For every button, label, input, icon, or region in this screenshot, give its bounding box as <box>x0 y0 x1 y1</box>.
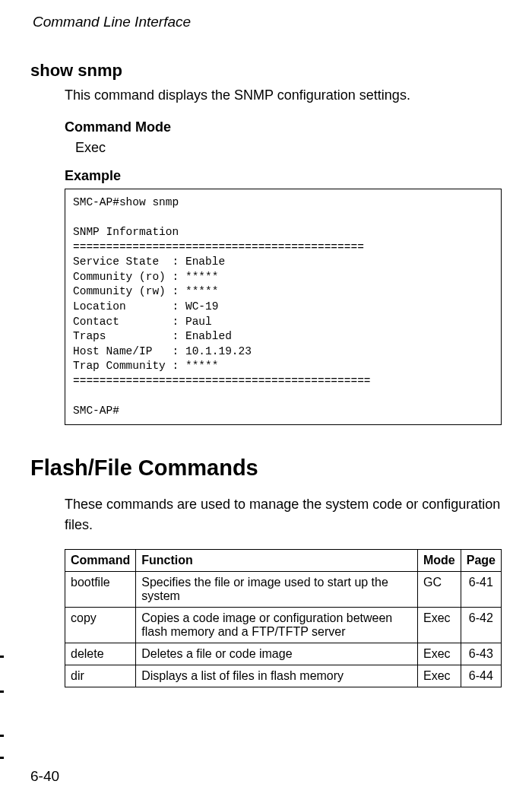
change-bar-icon <box>0 690 4 693</box>
cell-command: dir <box>65 665 136 687</box>
page-number: 6-40 <box>30 768 59 785</box>
cell-page: 6-42 <box>461 608 501 643</box>
table-header-row: Command Function Mode Page <box>65 550 502 572</box>
running-header: Command Line Interface <box>33 14 502 30</box>
command-mode-label: Command Mode <box>65 119 502 135</box>
table-row: bootfile Specifies the file or image use… <box>65 572 502 608</box>
cell-function: Deletes a file or code image <box>136 643 418 665</box>
cell-page: 6-44 <box>461 665 501 687</box>
col-mode: Mode <box>417 550 461 572</box>
section-title: Flash/File Commands <box>30 456 502 481</box>
cell-page: 6-41 <box>461 572 501 608</box>
cell-function: Specifies the file or image used to star… <box>136 572 418 608</box>
cell-command: delete <box>65 643 136 665</box>
change-bar-icon <box>0 735 4 737</box>
cell-mode: Exec <box>417 608 461 643</box>
section-flash-file: Flash/File Commands These commands are u… <box>30 456 502 687</box>
section-description: These commands are used to manage the sy… <box>65 494 502 535</box>
col-function: Function <box>136 550 418 572</box>
col-command: Command <box>65 550 136 572</box>
example-output: SMC-AP#show snmp SNMP Information ======… <box>65 189 502 425</box>
section-show-snmp: show snmp This command displays the SNMP… <box>30 61 502 425</box>
cell-function: Displays a list of files in flash memory <box>136 665 418 687</box>
cell-command: bootfile <box>65 572 136 608</box>
cell-mode: Exec <box>417 665 461 687</box>
command-mode-value: Exec <box>75 140 502 156</box>
command-description: This command displays the SNMP configura… <box>65 85 502 106</box>
cell-function: Copies a code image or configuration bet… <box>136 608 418 643</box>
cell-page: 6-43 <box>461 643 501 665</box>
change-bar-icon <box>0 757 4 759</box>
example-label: Example <box>65 168 502 184</box>
col-page: Page <box>461 550 501 572</box>
command-table: Command Function Mode Page bootfile Spec… <box>65 549 502 687</box>
cell-command: copy <box>65 608 136 643</box>
command-title: show snmp <box>30 61 502 81</box>
table-row: dir Displays a list of files in flash me… <box>65 665 502 687</box>
cell-mode: GC <box>417 572 461 608</box>
cell-mode: Exec <box>417 643 461 665</box>
page-container: Command Line Interface show snmp This co… <box>0 0 532 800</box>
table-row: copy Copies a code image or configuratio… <box>65 608 502 643</box>
table-row: delete Deletes a file or code image Exec… <box>65 643 502 665</box>
change-bar-icon <box>0 656 4 658</box>
